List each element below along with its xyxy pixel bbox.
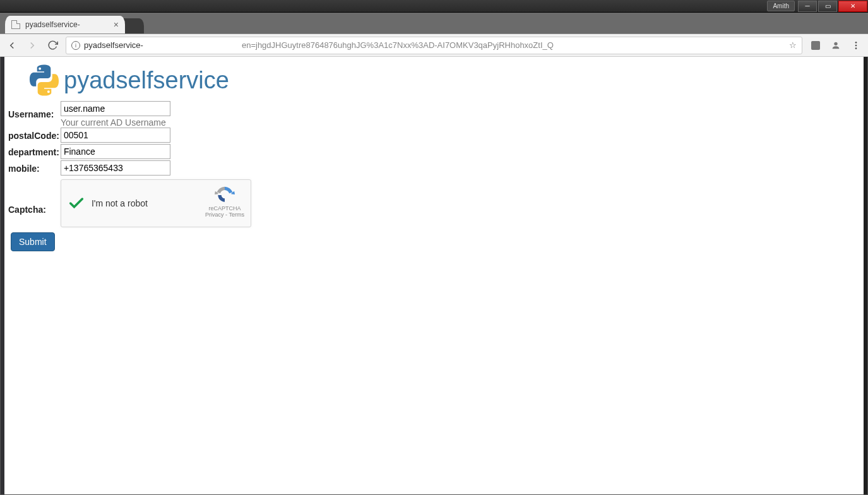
app-header: pyadselfservice: [8, 57, 864, 101]
chrome-tab-strip: pyadselfservice- ×: [0, 13, 868, 34]
mobile-label: mobile:: [8, 160, 61, 177]
svg-point-1: [834, 42, 837, 45]
username-label: Username:: [8, 101, 61, 128]
recaptcha-name: reCAPTCHA: [205, 205, 244, 212]
url-bar[interactable]: i pyadselfservice- en=jhgdJHGuytre876487…: [66, 37, 802, 54]
page-viewport: pyadselfservice Username: Your current A…: [0, 57, 868, 495]
mobile-input[interactable]: [61, 160, 170, 176]
browser-tab[interactable]: pyadselfservice- ×: [5, 16, 125, 33]
tab-close-icon[interactable]: ×: [114, 20, 119, 30]
username-helper: Your current AD Username: [61, 117, 251, 128]
site-info-icon[interactable]: i: [71, 41, 80, 50]
chrome-menu-icon[interactable]: [849, 39, 863, 52]
extension-icon[interactable]: [809, 39, 823, 52]
recaptcha-brand: reCAPTCHA Privacy - Terms: [205, 185, 244, 218]
captcha-label: Captcha:: [8, 177, 61, 227]
recaptcha-logo-icon: [213, 185, 236, 205]
url-rest: en=jhgdJHGuytre8764876uhghJG%3A1c7Nxx%3A…: [242, 40, 554, 50]
window-close-button[interactable]: ✕: [838, 1, 867, 12]
profile-icon[interactable]: [829, 39, 843, 52]
checkmark-icon: [68, 194, 85, 212]
refresh-button[interactable]: [45, 39, 59, 52]
back-button[interactable]: [5, 39, 19, 52]
page-icon: [11, 20, 20, 29]
user-badge: Amith: [767, 1, 795, 11]
department-input[interactable]: [61, 144, 170, 159]
department-label: department:: [8, 144, 61, 160]
bookmark-star-icon[interactable]: ☆: [789, 40, 797, 50]
forward-button[interactable]: [25, 39, 39, 52]
svg-point-3: [855, 44, 857, 46]
form-table: Username: Your current AD Username posta…: [8, 101, 251, 227]
recaptcha-widget[interactable]: I'm not a robot: [61, 179, 251, 227]
app-title: pyadselfservice: [64, 67, 229, 94]
window-maximize-button[interactable]: ▭: [818, 1, 837, 12]
svg-point-2: [855, 42, 857, 44]
recaptcha-links[interactable]: Privacy - Terms: [205, 212, 244, 218]
url-host: pyadselfservice-: [84, 40, 143, 50]
window-minimize-button[interactable]: ─: [798, 1, 817, 12]
window-titlebar: Amith ─ ▭ ✕: [0, 0, 868, 13]
username-input[interactable]: [61, 101, 170, 116]
chrome-toolbar: i pyadselfservice- en=jhgdJHGuytre876487…: [0, 34, 868, 57]
svg-rect-0: [811, 41, 820, 50]
postalcode-label: postalCode:: [8, 128, 61, 144]
postalcode-input[interactable]: [61, 128, 170, 143]
svg-point-4: [855, 47, 857, 49]
recaptcha-text: I'm not a robot: [92, 198, 148, 208]
tab-title: pyadselfservice-: [25, 20, 80, 29]
python-logo-icon: [27, 63, 61, 97]
submit-button[interactable]: Submit: [11, 232, 55, 251]
